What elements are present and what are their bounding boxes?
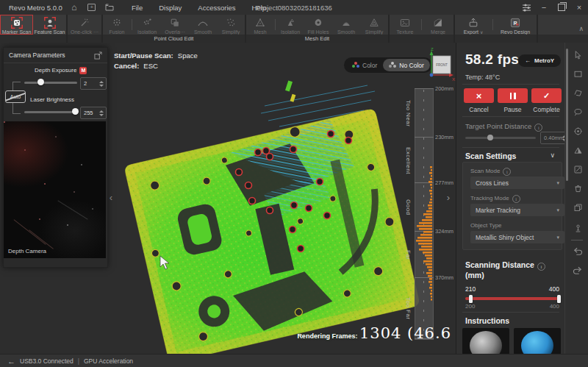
scan-viewport[interactable]: Start/Pause Scan:Space Cancel:ESC Color … — [0, 43, 456, 354]
rect-select-icon[interactable] — [572, 68, 584, 79]
camera-parameters-panel: Camera Parameters Depth ExposureM 2 Auto… — [3, 47, 108, 268]
laser-brightness-label: Laser Brightness — [30, 96, 74, 103]
point-cloud-plate — [124, 108, 420, 354]
export-group-label — [455, 35, 537, 43]
complete-scan-button[interactable]: ✓ — [531, 88, 562, 103]
flip-normals-icon[interactable] — [572, 144, 584, 156]
revo-design-button[interactable]: R Revo Design — [494, 15, 537, 35]
panel-collapse-left-icon[interactable]: ‹ — [107, 190, 115, 206]
menu-accessories[interactable]: Accessories — [198, 4, 235, 12]
mesh-smooth-button[interactable]: Smooth — [332, 15, 360, 35]
anchor-pin-icon[interactable] — [572, 222, 584, 234]
back-arrow-icon: ← — [525, 57, 531, 64]
instruction-thumbnail-gray[interactable] — [462, 328, 509, 354]
delete-selection-icon[interactable] — [572, 182, 584, 194]
temp-value: 48°C — [485, 74, 500, 81]
pc-isolation-button[interactable]: Isolation — [133, 15, 161, 35]
duplicate-icon[interactable] — [572, 202, 584, 213]
texture-merge-group: Texture Merge — [390, 15, 453, 43]
mesh-button[interactable]: Mesh — [246, 15, 274, 35]
redo-icon[interactable] — [572, 265, 584, 277]
color-toggle-no-color[interactable]: No Color — [383, 59, 430, 71]
merge-label: Merge — [431, 29, 445, 35]
mesh-isolation-button[interactable]: Isolation — [276, 15, 304, 35]
panel-collapse-right-icon[interactable]: › — [445, 190, 452, 206]
depth-exposure-stepper[interactable]: 2 — [80, 77, 107, 90]
scan-hint-start: Start/Pause Scan:Space — [114, 51, 198, 60]
feature-scan-button[interactable]: Feature Scan — [33, 15, 66, 35]
auto-disabled-icon[interactable]: Auto — [5, 90, 26, 103]
manual-badge: M — [79, 67, 87, 74]
home-icon[interactable]: ⌂ — [68, 2, 80, 13]
fusion-label: Fusion — [109, 29, 124, 35]
range-min-label: 200 — [465, 303, 475, 310]
scan-mode-dropdown[interactable]: Cross Lines▾ — [470, 177, 564, 189]
scan-hint-cancel: Cancel:ESC — [114, 62, 158, 70]
select-cursor-icon[interactable] — [572, 49, 584, 60]
chevron-down-icon: ▾ — [556, 235, 559, 240]
menu-file[interactable]: File — [132, 4, 143, 12]
lasso-select-icon[interactable] — [572, 106, 584, 118]
restore-button[interactable] — [553, 0, 570, 15]
color-toggle-color[interactable]: Color — [346, 59, 383, 71]
menu-help[interactable]: Help — [252, 4, 267, 12]
open-folder-icon[interactable] — [104, 2, 115, 13]
scanning-distance-title: Scanning Distance — [465, 260, 534, 269]
fusion-button[interactable]: Fusion — [103, 15, 131, 35]
range-handle-min[interactable] — [469, 295, 473, 303]
fill-holes-button[interactable]: Fill Holes — [304, 15, 332, 35]
range-handle-max[interactable] — [557, 295, 561, 303]
new-project-icon[interactable]: + — [86, 2, 98, 13]
minimize-button[interactable]: − — [535, 0, 553, 15]
marker-tool-icon[interactable] — [572, 125, 584, 137]
temp-label: Temp: — [465, 74, 484, 81]
one-click-button[interactable]: One-click ··· — [68, 15, 101, 35]
mesh-simplify-icon — [368, 17, 381, 29]
target-point-distance-slider[interactable] — [465, 137, 536, 139]
menu-display[interactable]: Display — [159, 4, 182, 12]
export-icon — [467, 17, 480, 29]
undo-icon[interactable] — [572, 246, 584, 257]
scan-settings-chevron-icon[interactable]: ∨ — [550, 152, 555, 159]
feature-scan-icon — [43, 17, 57, 29]
panel-scrollbar[interactable] — [566, 49, 568, 181]
preferences-sliders-icon[interactable] — [517, 0, 535, 15]
close-button[interactable]: × — [570, 0, 588, 15]
fill-holes-label: Fill Holes — [308, 29, 329, 35]
detach-panel-icon[interactable] — [94, 51, 102, 60]
merge-button[interactable]: Merge — [423, 15, 453, 35]
target-point-distance-label: Target Point Distance — [465, 122, 531, 130]
cancel-scan-button[interactable]: × — [464, 88, 494, 103]
mesh-simplify-button[interactable]: Simplify — [360, 15, 388, 35]
marker-scan-button[interactable]: Marker Scan — [0, 15, 33, 35]
overlap-squares-icon — [168, 17, 182, 29]
export-caret-icon: ∨ — [480, 30, 483, 35]
edit-region-icon[interactable] — [572, 163, 584, 175]
mesh-triangle-icon — [254, 17, 267, 29]
export-button[interactable]: Export ∨ — [455, 15, 492, 35]
object-type-dropdown[interactable]: Metallic Shiny Object▾ — [470, 231, 564, 243]
overlap-button[interactable]: Overla··· — [161, 15, 189, 35]
metro-device-button[interactable]: ← MetroY — [518, 54, 561, 67]
one-click-label: One-click ··· — [71, 29, 98, 35]
pc-smooth-button[interactable]: Smooth — [189, 15, 217, 35]
isolation-dots-icon — [140, 17, 154, 29]
depth-exposure-slider[interactable] — [24, 82, 77, 84]
texture-button[interactable]: Texture — [390, 15, 420, 35]
titlebar: Revo Metro 5.0.0 ⌂ + File Display Access… — [0, 0, 588, 15]
app-title: Revo Metro 5.0.0 — [9, 4, 62, 12]
toolbar: Marker Scan Feature Scan One-click ··· — [0, 15, 588, 43]
instruction-thumbnail-blue[interactable] — [514, 328, 561, 354]
laser-brightness-stepper[interactable]: 255 — [80, 107, 107, 119]
laser-brightness-slider[interactable] — [24, 111, 77, 113]
tracking-mode-dropdown[interactable]: Marker Tracking▾ — [470, 204, 564, 216]
view-cube[interactable]: Z X FRONT — [426, 47, 456, 82]
info-icon — [512, 195, 520, 203]
polygon-select-icon[interactable] — [572, 87, 584, 99]
toolbar-collapse-icon[interactable]: ∧ — [578, 25, 584, 32]
scanning-distance-range-slider[interactable] — [465, 297, 561, 300]
pc-simplify-button[interactable]: Simplify — [217, 15, 245, 35]
complete-label: Complete — [531, 106, 562, 113]
usb-icon: ← — [7, 357, 15, 366]
pause-scan-button[interactable] — [498, 88, 528, 103]
